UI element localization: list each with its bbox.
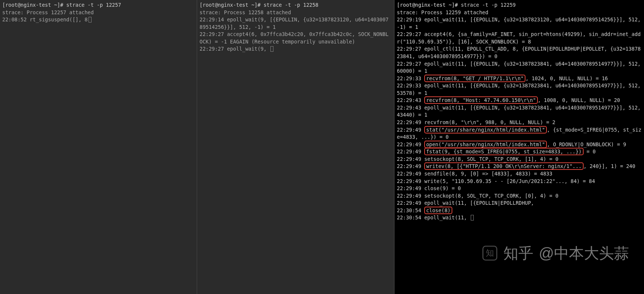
terminal-line: 22:29:49 sendfile(8, 9, [0] => [4833], 4… — [397, 170, 642, 178]
highlight-open: open("/usr/share/nginx/html/index.html" — [424, 141, 547, 148]
strace-output: 22:29:27 epoll_wait(9, — [200, 46, 270, 52]
shell-command: strace -t -p 12259 — [461, 2, 516, 8]
strace-output: 22:29:49 — [397, 163, 424, 169]
strace-output: 22:29:49 — [397, 148, 424, 154]
terminal-line: [root@nginx-test ~]# strace -t -p 12259 — [397, 2, 642, 9]
terminal-line: 22:29:49 fstat(9, {st_mode=S_IFREG|0755,… — [397, 148, 642, 156]
terminal-line: 22:29:49 writev(8, [{"HTTP/1.1 200 OK\r\… — [397, 163, 642, 170]
cursor-icon — [270, 46, 273, 52]
shell-command: strace -t -p 12258 — [264, 2, 318, 8]
terminal-line: 22:29:43 epoll_wait(11, [{EPOLLIN, {u32=… — [397, 104, 642, 119]
strace-output: , 1024, 0, NULL, NULL) = 16 — [525, 75, 608, 81]
cursor-icon — [89, 17, 92, 22]
terminal-line: [root@nginx-test ~]# strace -t -p 12258 — [200, 2, 392, 9]
terminal-line: 22:29:49 setsockopt(8, SOL_TCP, TCP_CORK… — [397, 156, 642, 163]
terminal-pane-3[interactable]: [root@nginx-test ~]# strace -t -p 12259 … — [395, 0, 644, 294]
terminal-line: 22:29:49 stat("/usr/share/nginx/html/ind… — [397, 126, 642, 141]
terminal-line: 22:29:27 epoll_wait(11, [{EPOLLIN, {u32=… — [397, 60, 642, 75]
highlight-writev: writev(8, [{"HTTP/1.1 200 OK\r\nServer: … — [424, 162, 584, 170]
terminal-line: 22:29:49 recvfrom(8, "\r\n", 988, 0, NUL… — [397, 119, 642, 126]
terminal-pane-2[interactable]: [root@nginx-test ~]# strace -t -p 12258 … — [197, 0, 395, 294]
highlight-stat: stat("/usr/share/nginx/html/index.html" — [424, 126, 547, 134]
terminal-line: 22:29:49 close(9) = 0 — [397, 185, 642, 192]
strace-output: , O_RDONLY|O_NONBLOCK) = 9 — [547, 141, 626, 147]
terminal-line: [root@nginx-test ~]# strace -t -p 12257 — [2, 2, 194, 9]
terminal-line: 22:29:27 accept4(6, 0x7ffca3b42c20, 0x7f… — [200, 31, 392, 45]
terminal-line: strace: Process 12259 attached — [397, 9, 642, 16]
terminal-line: 22:29:43 recvfrom(8, "Host: 47.74.60.150… — [397, 97, 642, 104]
strace-output: 22:29:43 — [397, 97, 424, 103]
terminal-line: 22:08:52 rt_sigsuspend([], 8 — [2, 16, 194, 24]
terminal-line: 22:29:49 epoll_wait(11, [{EPOLLIN|EPOLLR… — [397, 200, 642, 207]
strace-output: , 240}], 1) = 240 — [584, 163, 635, 169]
highlight-recvfrom: recvfrom(8, "GET / HTTP/1.1\r\n" — [424, 75, 525, 82]
shell-prompt: [root@nginx-test ~]# — [200, 2, 264, 8]
terminal-line: strace: Process 12258 attached — [200, 9, 392, 16]
highlight-close: close(8) — [424, 207, 452, 214]
strace-output: , 1008, 0, NULL, NULL) = 20 — [538, 97, 620, 103]
terminal-line: 22:29:33 recvfrom(8, "GET / HTTP/1.1\r\n… — [397, 75, 642, 82]
terminal-line: 22:29:27 accept4(6, {sa_family=AF_INET, … — [397, 31, 642, 45]
strace-output: 22:30:54 — [397, 207, 424, 213]
terminal-line: 22:29:19 epoll_wait(11, [{EPOLLIN, {u32=… — [397, 16, 642, 31]
shell-prompt: [root@nginx-test ~]# — [397, 2, 461, 8]
shell-command: strace -t -p 12257 — [66, 2, 121, 8]
terminal-line: 22:29:49 open("/usr/share/nginx/html/ind… — [397, 141, 642, 148]
terminal-line: 22:29:14 epoll_wait(9, [{EPOLLIN, {u32=1… — [200, 16, 392, 31]
terminal-line: 22:29:49 setsockopt(8, SOL_TCP, TCP_CORK… — [397, 192, 642, 200]
terminal-line: 22:29:27 epoll_ctl(11, EPOLL_CTL_ADD, 8,… — [397, 45, 642, 60]
terminal-line: 22:29:27 epoll_wait(9, — [200, 45, 392, 53]
strace-output: = 0 — [584, 148, 596, 154]
terminal-line: strace: Process 12257 attached — [2, 9, 194, 16]
shell-prompt: [root@nginx-test ~]# — [2, 2, 66, 8]
terminal-line: 22:30:54 close(8) — [397, 207, 642, 214]
strace-output: 22:08:52 rt_sigsuspend([], 8 — [2, 16, 88, 22]
highlight-fstat: fstat(9, {st_mode=S_IFREG|0755, st_size=… — [424, 148, 584, 155]
terminal-line: 22:30:54 epoll_wait(11, — [397, 214, 642, 222]
terminal-line: 22:29:33 epoll_wait(11, [{EPOLLIN, {u32=… — [397, 82, 642, 97]
strace-output: 22:29:33 — [397, 75, 424, 81]
strace-output: 22:29:49 — [397, 127, 424, 133]
highlight-recvfrom: recvfrom(8, "Host: 47.74.60.150\r\n" — [424, 96, 538, 104]
strace-output: 22:30:54 epoll_wait(11, — [397, 214, 470, 220]
cursor-icon — [471, 215, 474, 220]
terminal-pane-1[interactable]: [root@nginx-test ~]# strace -t -p 12257 … — [0, 0, 197, 294]
strace-output: 22:29:49 — [397, 141, 424, 147]
terminal-line: 22:29:49 write(5, "110.50.69.35 - - [26/… — [397, 178, 642, 185]
